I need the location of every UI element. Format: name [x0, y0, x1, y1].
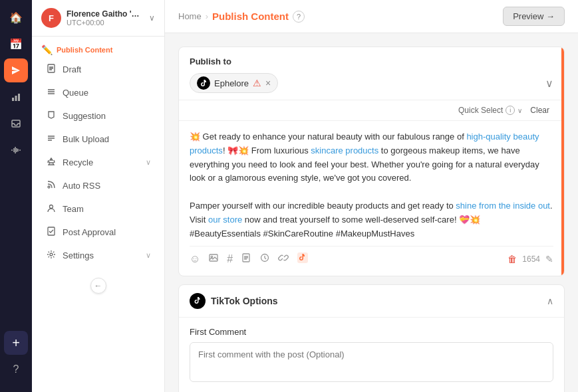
account-warning-icon: ⚠	[253, 78, 261, 88]
add-icon[interactable]: +	[4, 331, 28, 355]
chart-icon[interactable]	[4, 85, 28, 109]
preview-button[interactable]: Preview →	[503, 7, 565, 26]
sidebar: F Florence Gaitho 'S ... UTC+00:00 ∨ ✏️ …	[32, 0, 165, 392]
draft-icon	[45, 64, 57, 75]
sidebar-item-recycle-label: Recycle	[63, 157, 93, 167]
tiktok-chevron-icon: ∧	[547, 296, 553, 306]
icon-bar: 🏠 📅 + ?	[0, 0, 32, 392]
tiktok-logo-icon	[190, 293, 206, 309]
tiktok-platform-icon	[197, 76, 210, 90]
sidebar-item-suggestion[interactable]: Suggestion	[36, 105, 160, 127]
tiktok-options-label: TikTok Options	[211, 296, 278, 306]
svg-rect-2	[18, 94, 20, 101]
calendar-icon[interactable]: 📅	[4, 32, 28, 56]
sidebar-item-auto-rss[interactable]: Auto RSS	[36, 175, 160, 197]
content-paragraph-1: 💥 Get ready to enhance your natural beau…	[190, 132, 539, 183]
content-toolbar: ☺ #	[190, 246, 553, 266]
recycle-chevron-icon: ∨	[146, 158, 151, 167]
quick-select-label: Quick Select i ∨	[458, 106, 522, 115]
user-timezone: UTC+00:00	[67, 19, 144, 27]
sidebar-item-team[interactable]: Team	[36, 198, 160, 220]
waveform-icon[interactable]	[4, 138, 28, 162]
main-content: Home › Publish Content ? Preview → Publi…	[165, 0, 578, 392]
publish-icon: ✏️	[41, 45, 53, 55]
quick-select-row: Quick Select i ∨ Clear	[179, 100, 564, 120]
publish-to-row: Ephelore ⚠ × ∨	[179, 73, 564, 100]
toolbar-right: 🗑 1654 ✎	[507, 254, 553, 264]
clear-button[interactable]: Clear	[526, 104, 553, 116]
svg-rect-1	[15, 96, 17, 101]
content-text[interactable]: 💥 Get ready to enhance your natural beau…	[190, 130, 553, 241]
sidebar-item-bulk-upload-label: Bulk Upload	[63, 134, 109, 144]
sidebar-nav-title: ✏️ Publish Content	[32, 37, 164, 58]
char-count: 1654	[522, 254, 540, 264]
content-area: 💥 Get ready to enhance your natural beau…	[179, 120, 564, 276]
emoji-icon[interactable]: ☺	[190, 253, 200, 265]
svg-point-4	[50, 205, 53, 209]
breadcrumb-home[interactable]: Home	[178, 11, 202, 21]
breadcrumb-current: Publish Content	[212, 11, 289, 22]
user-info: Florence Gaitho 'S ... UTC+00:00	[67, 9, 144, 27]
sidebar-item-settings[interactable]: Settings ∨	[36, 245, 160, 266]
collapse-sidebar-button[interactable]: ←	[90, 278, 106, 294]
account-remove-button[interactable]: ×	[265, 78, 271, 88]
account-tag[interactable]: Ephelore ⚠ ×	[190, 73, 278, 93]
link-icon[interactable]	[278, 252, 289, 266]
header-help-icon[interactable]: ?	[293, 11, 305, 23]
queue-icon	[45, 87, 57, 98]
sidebar-item-post-approval[interactable]: Post Approval	[36, 221, 160, 243]
user-header[interactable]: F Florence Gaitho 'S ... UTC+00:00 ∨	[32, 0, 164, 37]
image-icon[interactable]	[208, 252, 219, 266]
user-header-chevron-icon: ∨	[149, 13, 155, 23]
tiktok-toolbar-icon[interactable]	[297, 252, 309, 266]
settings-chevron-icon: ∨	[146, 251, 151, 260]
content-paragraph-2: Pamper yourself with our incredible beau…	[190, 201, 553, 239]
svg-point-6	[50, 253, 53, 256]
sidebar-item-recycle[interactable]: Recycle ∨	[36, 151, 160, 173]
sidebar-item-draft-label: Draft	[63, 64, 81, 74]
suggestion-icon	[45, 110, 57, 122]
main-body: Publish to Ephelore ⚠ × ∨ Quick S	[165, 33, 578, 392]
sidebar-item-draft[interactable]: Draft	[36, 58, 160, 80]
svg-rect-0	[12, 98, 14, 101]
delete-content-icon[interactable]: 🗑	[507, 254, 517, 264]
svg-point-8	[212, 256, 213, 258]
quick-select-info-icon[interactable]: i	[506, 106, 515, 115]
tiktok-options-header[interactable]: TikTok Options ∧	[179, 285, 564, 318]
clock-icon[interactable]	[259, 252, 270, 266]
inbox-icon[interactable]	[4, 112, 28, 136]
main-header: Home › Publish Content ? Preview →	[165, 0, 578, 33]
svg-rect-7	[210, 254, 217, 261]
hashtag-icon[interactable]: #	[227, 253, 233, 265]
recycle-icon	[45, 157, 57, 168]
publish-section: Publish to Ephelore ⚠ × ∨ Quick S	[178, 47, 565, 276]
quick-select-chevron-icon: ∨	[517, 107, 522, 114]
edit-content-icon[interactable]: ✎	[545, 254, 553, 264]
team-icon	[45, 203, 57, 215]
home-icon[interactable]: 🏠	[4, 5, 28, 29]
help-circle-icon[interactable]: ?	[4, 357, 28, 381]
sidebar-item-bulk-upload[interactable]: Bulk Upload	[36, 128, 160, 150]
bulk-upload-icon	[45, 134, 57, 145]
user-name: Florence Gaitho 'S ...	[67, 9, 144, 19]
sidebar-item-suggestion-label: Suggestion	[63, 111, 106, 121]
avatar: F	[41, 8, 61, 28]
post-approval-icon	[45, 227, 57, 238]
publish-to-expand-icon[interactable]: ∨	[545, 77, 553, 90]
sidebar-item-queue-label: Queue	[63, 88, 88, 98]
sidebar-item-queue[interactable]: Queue	[36, 82, 160, 104]
breadcrumb: Home › Publish Content ?	[178, 11, 305, 23]
sidebar-item-team-label: Team	[63, 204, 84, 214]
account-name: Ephelore	[214, 78, 249, 88]
document-icon[interactable]	[241, 252, 251, 266]
settings-icon	[45, 250, 57, 261]
auto-rss-icon	[45, 180, 57, 191]
tiktok-options-body: First Comment When to post Schedule ∨	[179, 318, 564, 392]
breadcrumb-separator: ›	[206, 11, 208, 21]
publish-to-header: Publish to	[179, 47, 564, 73]
first-comment-input[interactable]	[190, 342, 553, 382]
tiktok-options-section: TikTok Options ∧ First Comment When to p…	[178, 284, 565, 392]
sidebar-item-settings-label: Settings	[63, 250, 94, 260]
sidebar-item-post-approval-label: Post Approval	[63, 227, 116, 237]
send-icon[interactable]	[4, 58, 28, 82]
